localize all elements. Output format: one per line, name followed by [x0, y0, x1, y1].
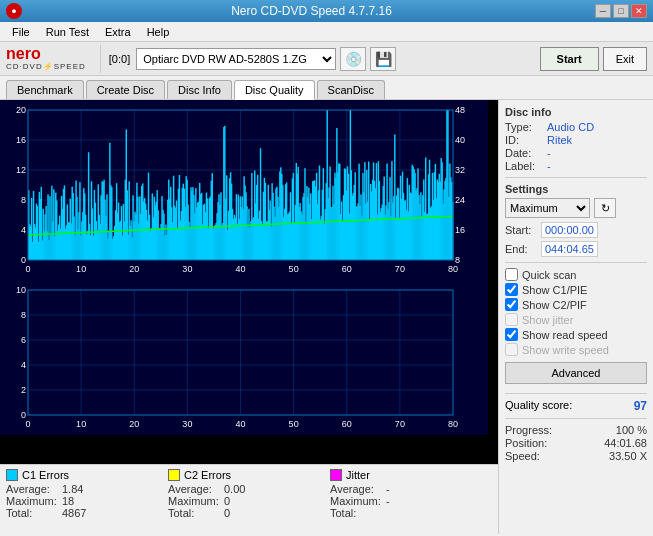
quick-scan-checkbox[interactable] — [505, 268, 518, 281]
c2-color-swatch — [168, 469, 180, 481]
c1-max-value: 18 — [62, 495, 74, 507]
jitter-max-value: - — [386, 495, 390, 507]
quick-scan-label: Quick scan — [522, 269, 576, 281]
tab-disc-info[interactable]: Disc Info — [167, 80, 232, 99]
charts-area — [0, 100, 498, 464]
divider-3 — [505, 393, 647, 394]
start-button[interactable]: Start — [540, 47, 599, 71]
divider-2 — [505, 262, 647, 263]
show-read-speed-label: Show read speed — [522, 329, 608, 341]
right-panel: Disc info Type:Audio CD ID:Ritek Date:- … — [498, 100, 653, 534]
start-time-row: Start: 000:00.00 — [505, 222, 647, 238]
nero-logo: nero CD·DVD⚡SPEED — [6, 46, 86, 71]
legend-c1: C1 Errors Average:1.84 Maximum:18 Total:… — [6, 469, 168, 530]
toolbar: nero CD·DVD⚡SPEED [0:0] Optiarc DVD RW A… — [0, 42, 653, 76]
end-time-value: 044:04.65 — [541, 241, 598, 257]
close-button[interactable]: ✕ — [631, 4, 647, 18]
c2-label: C2 Errors — [184, 469, 231, 481]
show-read-speed-checkbox[interactable] — [505, 328, 518, 341]
settings-speed-row: Maximum ↻ — [505, 198, 647, 218]
c2-avg-value: 0.00 — [224, 483, 245, 495]
quality-label: Quality score: — [505, 399, 572, 413]
jitter-color-swatch — [330, 469, 342, 481]
position-value: 44:01.68 — [604, 437, 647, 449]
show-c1-checkbox[interactable] — [505, 283, 518, 296]
show-write-speed-checkbox[interactable] — [505, 343, 518, 356]
nero-brand: nero — [6, 46, 41, 62]
tab-benchmark[interactable]: Benchmark — [6, 80, 84, 99]
show-c2-checkbox[interactable] — [505, 298, 518, 311]
exit-button[interactable]: Exit — [603, 47, 647, 71]
end-time-row: End: 044:04.65 — [505, 241, 647, 257]
jitter-max-label: Maximum: — [330, 495, 382, 507]
menu-run-test[interactable]: Run Test — [38, 24, 97, 40]
divider-1 — [505, 177, 647, 178]
window-title: Nero CD-DVD Speed 4.7.7.16 — [28, 4, 595, 18]
menu-bar: File Run Test Extra Help — [0, 22, 653, 42]
disc-icon-button[interactable]: 💿 — [340, 47, 366, 71]
quality-row: Quality score: 97 — [505, 399, 647, 413]
show-write-speed-label: Show write speed — [522, 344, 609, 356]
jitter-label: Jitter — [346, 469, 370, 481]
id-value: Ritek — [547, 134, 572, 146]
progress-section: Progress: 100 % Position: 44:01.68 Speed… — [505, 424, 647, 462]
quick-scan-row: Quick scan — [505, 268, 647, 281]
menu-help[interactable]: Help — [139, 24, 178, 40]
start-time-value: 000:00.00 — [541, 222, 598, 238]
c1-total-value: 4867 — [62, 507, 86, 519]
jitter-avg-value: - — [386, 483, 390, 495]
menu-file[interactable]: File — [4, 24, 38, 40]
disc-label-label: Label: — [505, 160, 543, 172]
window-controls[interactable]: ─ □ ✕ — [595, 4, 647, 18]
advanced-button[interactable]: Advanced — [505, 362, 647, 384]
jitter-total-label: Total: — [330, 507, 382, 519]
menu-extra[interactable]: Extra — [97, 24, 139, 40]
disc-label-value: - — [547, 160, 551, 172]
tab-disc-quality[interactable]: Disc Quality — [234, 80, 315, 100]
settings-refresh-button[interactable]: ↻ — [594, 198, 616, 218]
date-value: - — [547, 147, 551, 159]
legend-area: C1 Errors Average:1.84 Maximum:18 Total:… — [0, 464, 498, 534]
quality-score: 97 — [634, 399, 647, 413]
c1-avg-value: 1.84 — [62, 483, 83, 495]
c1-color-swatch — [6, 469, 18, 481]
c2-max-label: Maximum: — [168, 495, 220, 507]
speed-select[interactable]: Maximum — [505, 198, 590, 218]
drive-label: [0:0] — [109, 53, 130, 65]
show-c1-label: Show C1/PIE — [522, 284, 587, 296]
drive-select[interactable]: Optiarc DVD RW AD-5280S 1.ZG — [136, 48, 336, 70]
show-jitter-label: Show jitter — [522, 314, 573, 326]
legend-jitter: Jitter Average:- Maximum:- Total: — [330, 469, 492, 530]
progress-position-row: Position: 44:01.68 — [505, 437, 647, 449]
tab-create-disc[interactable]: Create Disc — [86, 80, 165, 99]
legend-c2: C2 Errors Average:0.00 Maximum:0 Total:0 — [168, 469, 330, 530]
date-label: Date: — [505, 147, 543, 159]
c2-max-value: 0 — [224, 495, 230, 507]
show-write-speed-row: Show write speed — [505, 343, 647, 356]
c1-total-label: Total: — [6, 507, 58, 519]
show-read-speed-row: Show read speed — [505, 328, 647, 341]
minimize-button[interactable]: ─ — [595, 4, 611, 18]
type-label: Type: — [505, 121, 543, 133]
end-time-label: End: — [505, 243, 537, 255]
c1-max-label: Maximum: — [6, 495, 58, 507]
disc-info-title: Disc info — [505, 106, 647, 118]
main-content: C1 Errors Average:1.84 Maximum:18 Total:… — [0, 100, 653, 534]
progress-value: 100 % — [616, 424, 647, 436]
show-jitter-checkbox[interactable] — [505, 313, 518, 326]
speed-label: Speed: — [505, 450, 540, 462]
speed-value: 33.50 X — [609, 450, 647, 462]
tab-scan-disc[interactable]: ScanDisc — [317, 80, 385, 99]
maximize-button[interactable]: □ — [613, 4, 629, 18]
progress-progress-row: Progress: 100 % — [505, 424, 647, 436]
jitter-avg-label: Average: — [330, 483, 382, 495]
divider-4 — [505, 418, 647, 419]
cdspeed-brand: CD·DVD⚡SPEED — [6, 62, 86, 71]
progress-label: Progress: — [505, 424, 552, 436]
show-c2-row: Show C2/PIF — [505, 298, 647, 311]
show-jitter-row: Show jitter — [505, 313, 647, 326]
save-icon-button[interactable]: 💾 — [370, 47, 396, 71]
show-c1-row: Show C1/PIE — [505, 283, 647, 296]
progress-speed-row: Speed: 33.50 X — [505, 450, 647, 462]
c1-avg-label: Average: — [6, 483, 58, 495]
